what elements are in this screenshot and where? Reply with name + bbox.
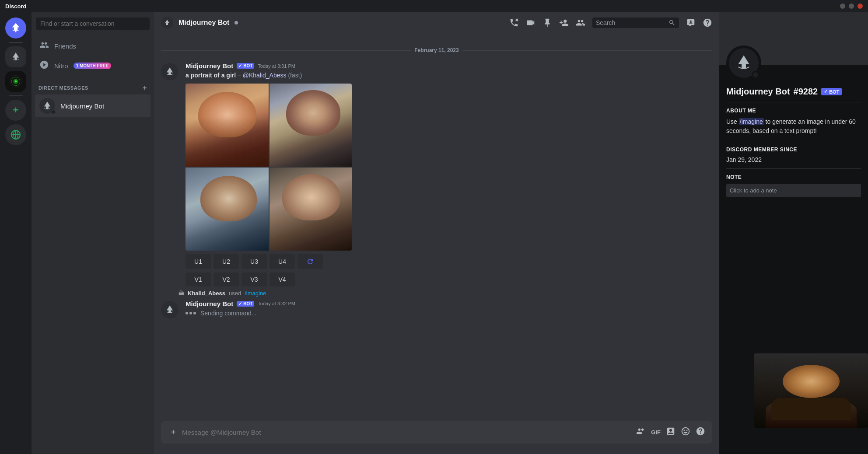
table-row: Midjourney Bot ✓ BOT Today at 3:32 PM <box>154 298 719 320</box>
v2-button[interactable]: V2 <box>214 272 239 286</box>
dm-user-status <box>51 110 56 114</box>
v4-button[interactable]: V4 <box>270 272 295 286</box>
video-btn[interactable] <box>526 18 536 28</box>
search-text: Search <box>596 19 666 26</box>
help-icon[interactable] <box>696 426 705 438</box>
call-btn[interactable] <box>509 18 519 28</box>
portrait-image-1[interactable] <box>186 84 269 167</box>
message-content-2: Midjourney Bot ✓ BOT Today at 3:32 PM <box>186 300 712 318</box>
dm-nav-items: Friends Nitro 1 MONTH FREE <box>32 35 154 77</box>
chat-messages: February 11, 2023 Midjourney Bot <box>154 33 719 421</box>
date-line-left <box>161 50 411 51</box>
home-server-icon[interactable] <box>5 17 26 38</box>
system-action: used <box>229 290 241 297</box>
direct-messages-label: DIRECT MESSAGES <box>38 85 88 91</box>
minimize-btn[interactable] <box>840 3 845 9</box>
avatar <box>161 301 178 318</box>
member-since-section: DISCORD MEMBER SINCE Jan 29, 2022 <box>726 147 861 163</box>
profile-info: Midjourney Bot #9282 ✓ BOT ABOUT ME Use … <box>719 65 868 204</box>
help-btn[interactable] <box>703 18 712 28</box>
portrait-image-4[interactable] <box>270 168 352 251</box>
midjourney-bot-dm-item[interactable]: Midjourney Bot <box>35 94 150 117</box>
member-since-date: Jan 29, 2022 <box>726 156 861 163</box>
boat-server-icon[interactable] <box>5 46 26 67</box>
people-icon[interactable] <box>636 426 646 438</box>
maximize-btn[interactable] <box>849 3 854 9</box>
dm-group-btn[interactable] <box>576 18 585 28</box>
ai-server-icon[interactable] <box>5 71 26 92</box>
inbox-btn[interactable] <box>686 18 696 28</box>
chat-header-tools: Search <box>509 17 712 28</box>
chat-input-box: + GIF <box>161 421 712 444</box>
sending-dots <box>186 312 196 314</box>
sending-text: Sending command... <box>200 309 256 318</box>
message-sending: Sending command... <box>186 309 712 318</box>
nitro-label: Nitro <box>54 62 68 70</box>
profile-status-dot <box>752 71 760 79</box>
note-input[interactable]: Click to add a note <box>726 184 861 197</box>
titlebar: Discord <box>0 0 868 12</box>
table-row: Midjourney Bot ✓ BOT Today at 3:31 PM a … <box>154 60 719 288</box>
webcam-thumbnail[interactable] <box>754 353 868 428</box>
message-input[interactable] <box>182 429 633 436</box>
profile-bot-badge: ✓ BOT <box>821 88 842 95</box>
explore-btn[interactable] <box>5 124 26 145</box>
chat-header-avatar <box>161 17 173 29</box>
sticker-icon[interactable] <box>666 426 676 438</box>
note-placeholder: Click to add a note <box>730 187 777 194</box>
friends-nav-item[interactable]: Friends <box>35 37 150 56</box>
imagine-highlight: /imagine <box>739 118 764 125</box>
dm-search-area[interactable] <box>32 12 154 35</box>
add-server-btn[interactable]: + <box>5 100 26 121</box>
nitro-nav-item[interactable]: Nitro 1 MONTH FREE <box>35 56 150 75</box>
svg-rect-0 <box>15 30 17 32</box>
profile-banner <box>719 12 868 65</box>
message-bold-text: a portrait of a girl <box>186 72 236 79</box>
close-btn[interactable] <box>858 3 863 9</box>
emoji-icon[interactable] <box>681 426 690 438</box>
v1-button[interactable]: V1 <box>186 272 211 286</box>
webcam-video <box>754 353 868 428</box>
titlebar-title: Discord <box>5 3 26 10</box>
image-grid <box>186 84 352 251</box>
u2-button[interactable]: U2 <box>214 254 239 269</box>
add-member-btn[interactable] <box>559 18 569 28</box>
gif-icon[interactable]: GIF <box>651 429 661 436</box>
avatar <box>161 63 178 80</box>
profile-name-row: Midjourney Bot #9282 ✓ BOT <box>726 87 861 97</box>
v3-button[interactable]: V3 <box>242 272 267 286</box>
action-buttons: U1 U2 U3 U4 <box>186 254 712 269</box>
system-command: /imagine <box>245 290 266 297</box>
u4-button[interactable]: U4 <box>270 254 295 269</box>
u1-button[interactable]: U1 <box>186 254 211 269</box>
chat-main: Midjourney Bot <box>154 12 719 454</box>
bot-badge-2: ✓ BOT <box>237 301 254 307</box>
midjourney-bot-avatar <box>39 98 55 114</box>
about-me-section: ABOUT ME Use /imagine to generate an ima… <box>726 108 861 136</box>
online-indicator <box>234 21 238 24</box>
chat-header: Midjourney Bot <box>154 12 719 33</box>
titlebar-controls <box>840 3 863 9</box>
profile-divider-3 <box>726 168 861 169</box>
system-username: Khalid_Abess <box>188 290 225 297</box>
chat-input-plus-btn[interactable]: + <box>168 427 178 437</box>
profile-name: Midjourney Bot <box>726 87 790 97</box>
add-dm-btn[interactable]: + <box>143 84 147 92</box>
dm-panel: Friends Nitro 1 MONTH FREE DIRECT MESSAG… <box>32 12 154 454</box>
refresh-button[interactable] <box>298 254 323 269</box>
date-text: February 11, 2023 <box>414 47 458 53</box>
profile-divider-1 <box>726 102 861 102</box>
portrait-image-3[interactable] <box>186 168 269 251</box>
nitro-icon <box>39 60 49 72</box>
header-search-box[interactable]: Search <box>592 17 679 28</box>
u3-button[interactable]: U3 <box>242 254 267 269</box>
action-buttons-row2: V1 V2 V3 V4 <box>186 272 712 286</box>
friends-label: Friends <box>54 42 76 50</box>
chat-input-tools: GIF <box>636 426 705 438</box>
search-input[interactable] <box>36 17 150 30</box>
pin-btn[interactable] <box>542 18 552 28</box>
person-torso <box>771 398 851 420</box>
portrait-image-2[interactable] <box>270 84 352 167</box>
message-timestamp: Today at 3:31 PM <box>258 63 295 69</box>
message-author-2: Midjourney Bot <box>186 300 233 307</box>
